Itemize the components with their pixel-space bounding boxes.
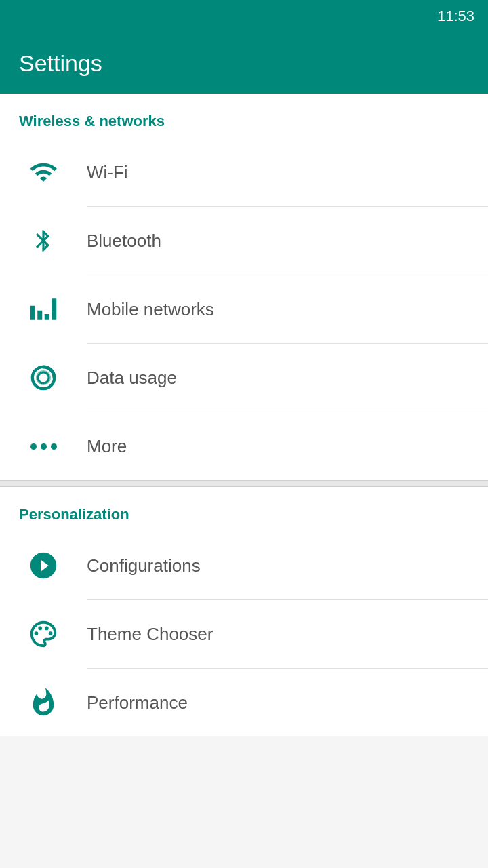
app-bar: Settings [0, 33, 488, 94]
bluetooth-icon [19, 226, 68, 255]
theme-chooser-label: Theme Chooser [87, 624, 213, 645]
theme-chooser-icon [19, 618, 68, 650]
settings-item-configurations[interactable]: Configurations [0, 532, 488, 599]
more-dots-icon [19, 443, 68, 450]
configurations-label: Configurations [87, 555, 201, 576]
wifi-icon [19, 158, 68, 186]
battery-icon [407, 7, 428, 25]
dot-3 [51, 443, 57, 450]
dot-1 [30, 443, 37, 450]
section-header-personalization: Personalization [0, 487, 488, 532]
wifi-status-icon [361, 7, 379, 25]
svg-point-4 [38, 627, 42, 631]
more-label: More [87, 436, 127, 457]
settings-item-bluetooth[interactable]: Bluetooth [0, 207, 488, 275]
wifi-label: Wi-Fi [87, 162, 128, 183]
settings-item-data-usage[interactable]: Data usage [0, 344, 488, 412]
mobile-networks-label: Mobile networks [87, 299, 214, 320]
dot-2 [41, 443, 47, 450]
settings-content: Wireless & networks Wi-Fi Bluetooth Mobi… [0, 94, 488, 736]
mobile-networks-icon [19, 295, 68, 323]
svg-rect-0 [415, 16, 421, 22]
signal-icon [384, 7, 402, 25]
configurations-icon [19, 550, 68, 581]
search-button[interactable] [443, 47, 469, 79]
settings-item-performance[interactable]: Performance [0, 669, 488, 736]
status-time: 11:53 [437, 7, 474, 25]
alarm-icon [338, 7, 356, 25]
section-header-wireless: Wireless & networks [0, 94, 488, 138]
settings-item-mobile-networks[interactable]: Mobile networks [0, 275, 488, 343]
settings-item-wifi[interactable]: Wi-Fi [0, 138, 488, 206]
performance-label: Performance [87, 692, 188, 713]
svg-point-3 [35, 631, 39, 635]
svg-point-6 [49, 631, 53, 635]
status-icons: 11:53 [338, 7, 474, 25]
settings-item-theme-chooser[interactable]: Theme Chooser [0, 600, 488, 668]
settings-item-more[interactable]: More [0, 412, 488, 480]
data-usage-label: Data usage [87, 368, 177, 389]
status-bar: 11:53 [0, 0, 488, 33]
page-title: Settings [19, 50, 102, 77]
bluetooth-label: Bluetooth [87, 231, 161, 252]
performance-icon [19, 687, 68, 718]
svg-point-5 [45, 627, 49, 631]
svg-point-2 [38, 372, 49, 383]
section-separator [0, 480, 488, 487]
data-usage-icon [19, 363, 68, 393]
